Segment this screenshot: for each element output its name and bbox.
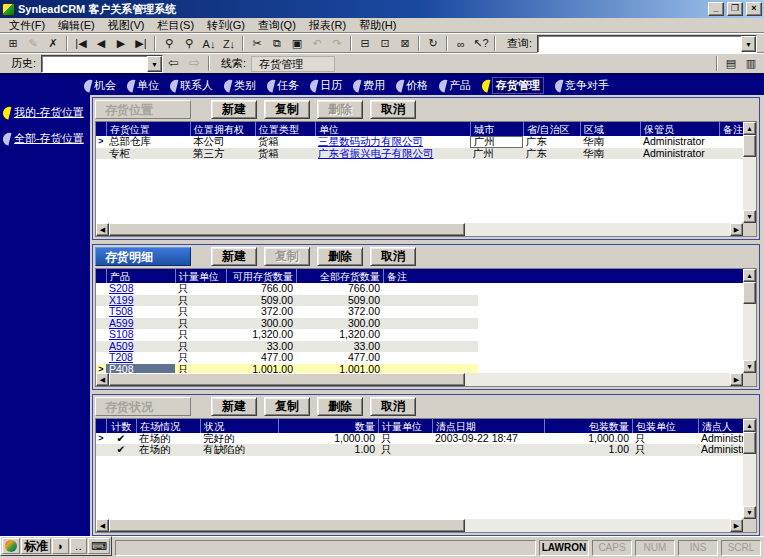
menu-report[interactable]: 报表(R) [303,18,352,33]
scroll-left-icon[interactable]: ◀ [96,373,109,386]
tab-tasks[interactable]: 任务 [267,78,299,93]
tab-competitors[interactable]: 竞争对手 [555,78,609,93]
column-header[interactable]: 备注 [719,122,743,136]
table-row[interactable]: ✔在场的有缺陷的1.00只1.00只Administrator包装破损 [96,444,743,456]
cell-link[interactable]: P408 [109,364,134,373]
book-view-icon[interactable]: ▥ [741,55,761,72]
first-record-icon[interactable]: |◀ [71,35,91,52]
refresh-icon[interactable]: ↻ [423,35,443,52]
cell[interactable]: 货箱 [255,148,315,160]
sidebar-item-all-locations[interactable]: 全部-存货位置 [0,131,90,146]
print-preview-icon[interactable]: ⊠ [395,35,415,52]
cell[interactable]: 33.00 [226,341,296,353]
fullwidth-moon-icon[interactable]: ◗ [52,538,69,554]
tab-contacts[interactable]: 联系人 [170,78,213,93]
vertical-scrollbar[interactable]: ▲▼ [743,269,756,372]
cell[interactable]: 三星数码动力有限公司 [315,136,470,148]
card-view-icon[interactable]: ▤ [721,55,741,72]
table-row[interactable]: >✔在场的完好的1,000.00只2003-09-22 18:471,000.0… [96,433,743,445]
soft-keyboard-icon[interactable]: ⌨ [88,538,110,554]
menu-file[interactable]: 文件(F) [3,18,51,33]
copy-button[interactable]: 复制 [264,100,310,119]
cell[interactable]: 477.00 [296,352,383,364]
cut-icon[interactable]: ✂ [247,35,267,52]
scrollbar-thumb[interactable] [743,432,756,454]
cell[interactable]: 1,001.00 [226,364,296,373]
cell[interactable] [383,283,478,295]
sort-descending-icon[interactable]: Z↓ [219,35,239,52]
cell[interactable]: 1,000.00 [544,433,632,445]
sort-ascending-icon[interactable]: A↓ [199,35,219,52]
cell-link[interactable]: T208 [109,352,133,363]
cell-link[interactable]: A599 [109,318,134,329]
scrollbar-thumb[interactable] [743,135,756,157]
vertical-scrollbar[interactable]: ▲▼ [743,122,756,223]
table-row[interactable]: >总部仓库本公司货箱三星数码动力有限公司广州广东华南Administrator [96,136,743,148]
cell[interactable]: 只 [378,433,432,445]
scroll-right-icon[interactable]: ▶ [730,519,743,532]
cell[interactable]: 有缺陷的 [200,444,278,456]
cell[interactable]: 300.00 [296,318,383,330]
page-setup-icon[interactable]: ⊡ [375,35,395,52]
copy-button[interactable]: 复制 [264,247,310,266]
column-header[interactable]: 位置类型 [255,122,315,136]
ime-mode-button[interactable]: 标准 [21,538,51,554]
cell[interactable] [383,364,478,373]
cell[interactable]: 2003-09-22 18:47 [432,433,544,445]
cell[interactable]: 广东省振兴电子有限公司 [315,148,470,160]
horizontal-scrollbar[interactable]: ◀▶ [96,373,743,386]
column-header[interactable]: 保管员 [640,122,719,136]
cell[interactable] [383,318,478,330]
cell[interactable]: 只 [175,352,226,364]
cell-link[interactable]: T508 [109,306,133,317]
column-header[interactable]: 在场情况 [136,419,200,433]
ime-logo-icon[interactable] [2,538,20,554]
cell[interactable]: X199 [106,295,175,307]
cell[interactable]: 509.00 [226,295,296,307]
cell[interactable]: 广州 [470,136,523,148]
cell[interactable]: 1,001.00 [296,364,383,373]
menu-view[interactable]: 视图(V) [102,18,151,33]
cell[interactable]: 1,000.00 [278,433,378,445]
scroll-down-icon[interactable]: ▼ [743,360,756,373]
cell[interactable]: 华南 [580,148,640,160]
tab-expense[interactable]: 费用 [353,78,385,93]
menu-help[interactable]: 帮助(H) [353,18,402,33]
cell[interactable]: 1.00 [544,444,632,456]
history-input[interactable] [42,56,147,72]
column-header[interactable]: 包装单位 [632,419,698,433]
cell[interactable] [383,352,478,364]
delete-button[interactable]: 删除 [317,100,363,119]
cell[interactable]: 372.00 [296,306,383,318]
cell-link[interactable]: S208 [109,283,134,294]
table-row[interactable]: >P408只1,001.001,001.00 [96,364,478,373]
cell[interactable]: 完好的 [200,433,278,445]
cell[interactable]: 只 [632,433,698,445]
column-header[interactable]: 产品 [106,269,175,283]
cell[interactable] [719,136,743,148]
horizontal-scrollbar[interactable]: ◀▶ [96,223,743,236]
back-icon[interactable]: ⇦ [163,55,184,72]
cell[interactable]: 只 [175,306,226,318]
cell[interactable]: Administrator [698,444,743,456]
cell[interactable]: 广东 [523,136,580,148]
tab-opportunity[interactable]: 机会 [84,78,116,93]
cell[interactable] [432,444,544,456]
sidebar-item-my-locations[interactable]: 我的-存货位置 [0,105,90,120]
column-header[interactable]: 位置拥有权 [190,122,255,136]
scroll-down-icon[interactable]: ▼ [743,210,756,223]
vertical-scrollbar[interactable]: ▲▼ [743,419,756,519]
cell[interactable]: ✔ [106,433,136,445]
scrollbar-thumb[interactable] [109,519,465,532]
cell-link[interactable]: S108 [109,329,134,340]
new-button[interactable]: 新建 [211,100,257,119]
column-header[interactable]: 城市 [470,122,523,136]
cell[interactable]: 1.00 [278,444,378,456]
column-header[interactable]: 清点日期 [432,419,544,433]
delete-icon[interactable]: ✗ [43,35,63,52]
punctuation-icon[interactable]: ‥ [70,538,87,554]
column-header[interactable]: 数量 [278,419,378,433]
cell[interactable]: 300.00 [226,318,296,330]
cell[interactable]: 只 [175,295,226,307]
cell-link[interactable]: 广东省振兴电子有限公司 [318,148,434,159]
